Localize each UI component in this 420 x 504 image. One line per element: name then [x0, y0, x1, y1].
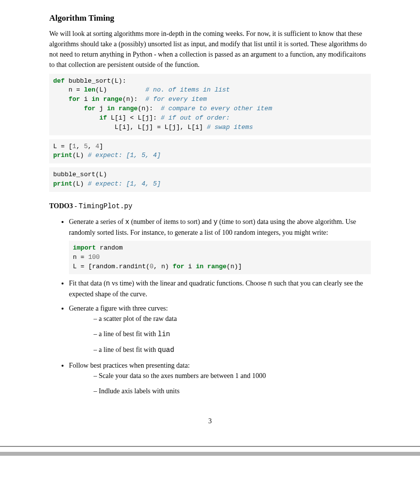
bullet-generate-figure: Generate a figure with three curves: a s…: [69, 303, 371, 355]
divider-line-thick: [0, 452, 420, 456]
todo-header: TODO3 - TimingPlot.py: [49, 201, 371, 212]
intro-paragraph: We will look at sorting algorithms more …: [49, 29, 371, 70]
curve-list: a scatter plot of the raw data a line of…: [69, 314, 371, 355]
practice-labels: Indlude axis labels with units: [94, 386, 371, 396]
section-heading: Algorithm Timing: [49, 12, 371, 25]
code-block-example-2: bubble_sort(L) print(L) # expect: [1, 4,…: [49, 167, 371, 192]
curve-quad: a line of best fit with quad: [94, 345, 371, 355]
bullet-fit-data: Fit that data (n vs time) with the linea…: [69, 278, 371, 299]
code-block-bubble-sort: def bubble_sort(L): n = len(L) # no. of …: [49, 74, 371, 135]
curve-lin: a line of best fit with lin: [94, 329, 371, 340]
curve-scatter: a scatter plot of the raw data: [94, 314, 371, 324]
page-divider: [0, 446, 420, 456]
practice-scale: Scale your data so the axes numbers are …: [94, 371, 371, 381]
page-1: Algorithm Timing We will look at sorting…: [0, 0, 420, 446]
code-block-random: import random n = 100 L = [random.randin…: [69, 241, 371, 275]
page-2: Label each curve clearly, either with a …: [0, 456, 420, 504]
best-practices-list: Scale your data so the axes numbers are …: [69, 371, 371, 396]
todo-list: Generate a series of x (number of items …: [49, 217, 371, 397]
code-block-example-1: L = [1, 5, 4] print(L) # expect: [1, 5, …: [49, 139, 371, 164]
bullet-best-practices: Follow best practices when presenting da…: [69, 360, 371, 396]
page-number: 3: [49, 416, 371, 426]
bullet-generate-data: Generate a series of x (number of items …: [69, 217, 371, 275]
